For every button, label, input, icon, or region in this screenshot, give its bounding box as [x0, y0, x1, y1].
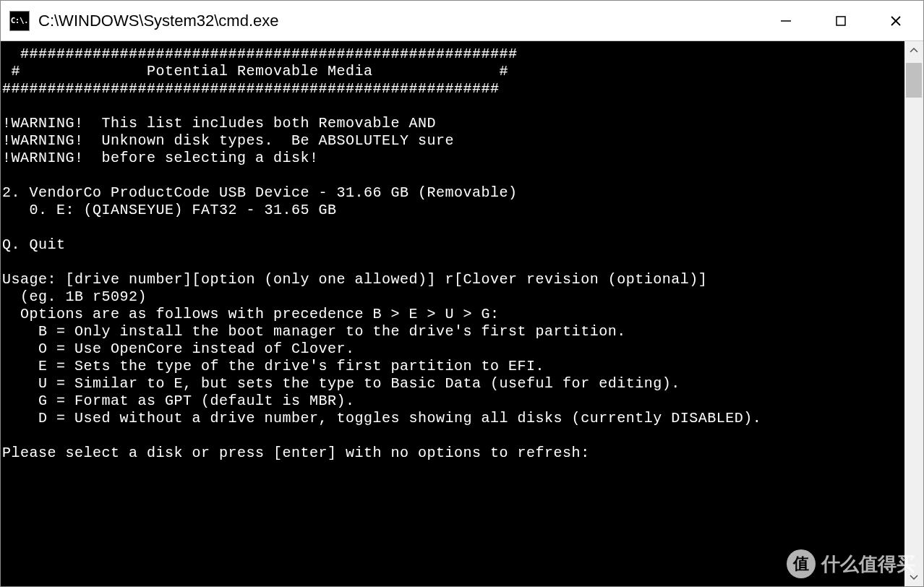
- chevron-up-icon: [910, 48, 918, 53]
- scroll-up-arrow[interactable]: [904, 41, 923, 60]
- maximize-button[interactable]: [813, 1, 868, 40]
- cmd-icon: C:\.: [9, 11, 30, 31]
- scroll-down-arrow[interactable]: [904, 567, 923, 586]
- terminal-output[interactable]: ########################################…: [1, 41, 904, 586]
- window-title: C:\WINDOWS\System32\cmd.exe: [38, 12, 758, 30]
- terminal-area: ########################################…: [1, 41, 923, 586]
- scroll-thumb[interactable]: [906, 63, 922, 98]
- chevron-down-icon: [910, 574, 918, 580]
- titlebar-buttons: [758, 1, 923, 40]
- minimize-button[interactable]: [758, 1, 813, 40]
- close-button[interactable]: [868, 1, 923, 40]
- titlebar: C:\. C:\WINDOWS\System32\cmd.exe: [1, 1, 923, 41]
- cmd-window: C:\. C:\WINDOWS\System32\cmd.exe #######…: [0, 0, 924, 587]
- scroll-track[interactable]: [904, 60, 923, 567]
- close-icon: [889, 14, 902, 27]
- vertical-scrollbar[interactable]: [904, 41, 923, 586]
- maximize-icon: [834, 14, 847, 27]
- minimize-icon: [779, 14, 792, 27]
- svg-rect-1: [837, 17, 845, 25]
